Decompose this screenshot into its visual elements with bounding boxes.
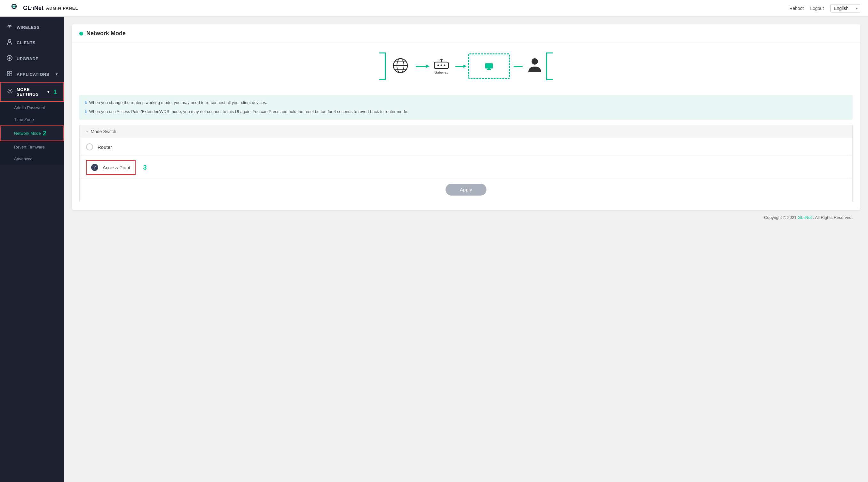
card-header: Network Mode bbox=[72, 24, 860, 43]
main-layout: WIRELESS CLIENTS UPGRADE bbox=[0, 17, 868, 482]
person-icon bbox=[6, 39, 13, 46]
mode-switch-title: Mode Switch bbox=[91, 129, 116, 134]
info-box: ℹ When you change the router's working m… bbox=[79, 95, 852, 120]
header: GL·iNet ADMIN PANEL Reboot Logout Englis… bbox=[0, 0, 868, 17]
svg-point-27 bbox=[531, 58, 538, 65]
network-mode-label: Network Mode bbox=[14, 131, 41, 136]
router-radio[interactable] bbox=[86, 143, 93, 150]
sidebar-item-time-zone[interactable]: Time Zone bbox=[0, 114, 64, 125]
footer-rights: . All Rights Reserved. bbox=[813, 215, 852, 220]
admin-panel-label: ADMIN PANEL bbox=[46, 6, 78, 10]
footer-brand-link[interactable]: GL·iNet bbox=[798, 215, 812, 220]
right-bracket bbox=[546, 53, 553, 80]
sidebar-item-clients[interactable]: CLIENTS bbox=[0, 34, 64, 51]
footer-copyright: Copyright © 2021 bbox=[764, 215, 798, 220]
apply-button[interactable]: Apply bbox=[445, 184, 486, 196]
router-label: Router bbox=[97, 144, 112, 150]
arrow-1 bbox=[416, 66, 427, 67]
info-line-1: ℹ When you change the router's working m… bbox=[85, 99, 847, 106]
logout-button[interactable]: Logout bbox=[810, 6, 824, 11]
gl-inet-logo-icon bbox=[8, 3, 21, 13]
applications-arrow-icon: ▾ bbox=[56, 72, 58, 77]
sidebar: WIRELESS CLIENTS UPGRADE bbox=[0, 17, 64, 482]
language-select[interactable]: English 中文 Deutsch Español Français bbox=[830, 4, 860, 12]
svg-rect-9 bbox=[7, 74, 9, 76]
time-zone-label: Time Zone bbox=[14, 117, 34, 122]
sidebar-item-upgrade[interactable]: UPGRADE bbox=[0, 51, 64, 66]
admin-password-label: Admin Password bbox=[14, 105, 45, 110]
header-actions: Reboot Logout English 中文 Deutsch Español… bbox=[789, 4, 860, 12]
gateway-label: Gateway bbox=[434, 70, 448, 74]
step-2-badge: 2 bbox=[43, 130, 46, 137]
more-settings-arrow-icon: ▾ bbox=[47, 90, 50, 94]
logo-brand: GL·iNet bbox=[23, 5, 43, 11]
arrow-3 bbox=[514, 66, 523, 67]
client-person-icon bbox=[528, 58, 542, 75]
sidebar-item-more-settings-label: MORE SETTINGS bbox=[17, 87, 43, 97]
svg-rect-7 bbox=[7, 72, 9, 73]
sidebar-item-advanced[interactable]: Advanced bbox=[0, 153, 64, 165]
page-title: Network Mode bbox=[86, 30, 126, 37]
info-text-1: When you change the router's working mod… bbox=[89, 100, 267, 105]
left-bracket bbox=[379, 53, 386, 80]
footer: Copyright © 2021 GL·iNet . All Rights Re… bbox=[72, 210, 860, 225]
home-icon: ⌂ bbox=[85, 129, 88, 134]
sidebar-submenu: Admin Password Time Zone Network Mode 2 … bbox=[0, 102, 64, 165]
revert-firmware-label: Revert Firmware bbox=[14, 145, 45, 149]
access-point-wrapper[interactable]: Access Point bbox=[86, 160, 135, 175]
wifi-icon bbox=[6, 24, 13, 30]
apply-section: Apply bbox=[80, 179, 852, 202]
mode-switch-panel: ⌂ Mode Switch Router Access Point 3 bbox=[79, 125, 852, 202]
mode-switch-header: ⌂ Mode Switch bbox=[80, 125, 852, 138]
network-mode-card: Network Mode bbox=[72, 24, 860, 210]
sidebar-item-applications-label: APPLICATIONS bbox=[17, 72, 49, 77]
reboot-button[interactable]: Reboot bbox=[789, 6, 804, 11]
grid-icon bbox=[6, 71, 13, 78]
globe-icon bbox=[392, 57, 409, 75]
sidebar-item-applications[interactable]: APPLICATIONS ▾ bbox=[0, 66, 64, 82]
router-option[interactable]: Router bbox=[80, 138, 852, 156]
info-icon-2: ℹ bbox=[85, 109, 87, 114]
upgrade-icon bbox=[6, 55, 13, 62]
svg-point-20 bbox=[444, 65, 445, 66]
sidebar-item-clients-label: CLIENTS bbox=[17, 40, 35, 45]
svg-point-11 bbox=[9, 90, 11, 92]
main-content: Network Mode bbox=[64, 17, 868, 482]
advanced-label: Advanced bbox=[14, 157, 33, 161]
network-diagram: Gateway bbox=[72, 43, 860, 90]
svg-rect-8 bbox=[10, 72, 12, 73]
gear-icon bbox=[7, 88, 13, 95]
sidebar-item-wireless-label: WIRELESS bbox=[17, 25, 40, 30]
info-text-2: When you use Access Point/Extender/WDS m… bbox=[89, 109, 408, 114]
router-icon: Gateway bbox=[432, 58, 450, 74]
sidebar-item-upgrade-label: UPGRADE bbox=[17, 56, 39, 61]
language-selector-wrapper: English 中文 Deutsch Español Français bbox=[830, 4, 860, 12]
step-1-badge: 1 bbox=[53, 88, 57, 96]
svg-rect-24 bbox=[485, 63, 493, 68]
svg-point-19 bbox=[441, 65, 442, 66]
sidebar-item-wireless[interactable]: WIRELESS bbox=[0, 20, 64, 34]
arrow-2 bbox=[456, 66, 464, 67]
logo: GL·iNet ADMIN PANEL bbox=[8, 3, 78, 13]
dashed-network-box bbox=[468, 53, 510, 79]
sidebar-item-network-mode[interactable]: Network Mode 2 bbox=[0, 125, 64, 141]
svg-point-18 bbox=[437, 65, 439, 66]
sidebar-item-revert-firmware[interactable]: Revert Firmware bbox=[0, 141, 64, 153]
access-point-label: Access Point bbox=[103, 165, 130, 170]
access-point-radio[interactable] bbox=[91, 164, 98, 171]
info-line-2: ℹ When you use Access Point/Extender/WDS… bbox=[85, 108, 847, 115]
status-dot bbox=[79, 32, 83, 35]
step-3-badge: 3 bbox=[143, 164, 147, 171]
sidebar-item-more-settings[interactable]: MORE SETTINGS ▾ 1 bbox=[0, 82, 64, 102]
svg-point-4 bbox=[8, 39, 11, 42]
access-point-option[interactable]: Access Point 3 bbox=[80, 156, 852, 179]
sidebar-item-admin-password[interactable]: Admin Password bbox=[0, 102, 64, 114]
svg-rect-10 bbox=[10, 74, 12, 76]
info-icon-1: ℹ bbox=[85, 100, 87, 105]
